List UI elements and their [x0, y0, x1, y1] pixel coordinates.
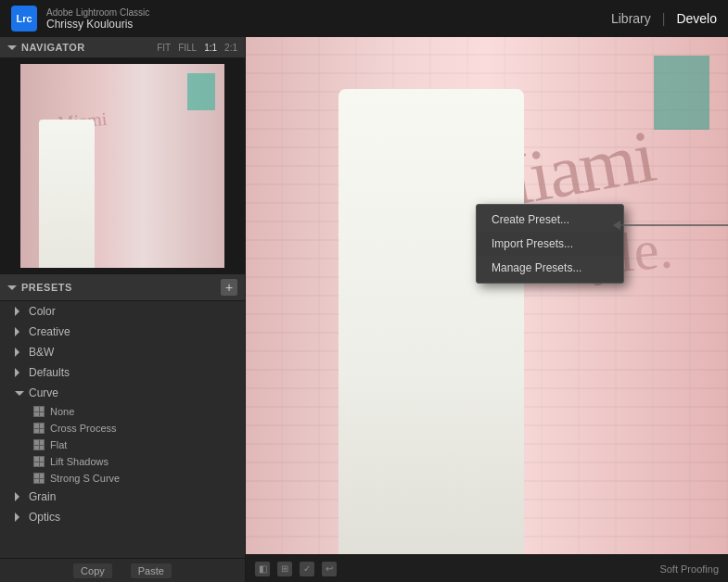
thumb-person-figure — [39, 120, 95, 268]
curve-flat-label: Flat — [50, 439, 67, 450]
bottom-bar: Copy Paste — [0, 558, 245, 582]
preset-group-header-curve[interactable]: Curve — [0, 383, 245, 403]
navigator-header-left: Navigator — [7, 42, 85, 53]
curve-item-none[interactable]: None — [0, 403, 245, 420]
photo-simulation: Miami Style. — [246, 37, 728, 554]
curve-item-lift-shadows[interactable]: Lift Shadows — [0, 453, 245, 470]
defaults-group-icon — [15, 368, 24, 377]
filmstrip-icon-3[interactable]: ✓ — [300, 562, 314, 576]
presets-header-left: Presets — [7, 282, 72, 293]
preset-group-optics: Optics — [0, 507, 245, 527]
curve-item-strong-s[interactable]: Strong S Curve — [0, 470, 245, 487]
defaults-label: Defaults — [29, 366, 70, 379]
color-group-label: Color — [29, 305, 56, 318]
bw-group-label: B&W — [29, 346, 54, 359]
add-preset-button[interactable]: + — [221, 279, 237, 296]
navigator-thumbnail: Miami — [20, 64, 224, 268]
context-import-presets[interactable]: Import Presets... — [477, 232, 623, 256]
curve-cross-process-label: Cross Process — [50, 423, 117, 434]
optics-group-label: Optics — [29, 511, 60, 524]
context-menu: Create Preset... Import Presets... Manag… — [476, 204, 624, 284]
main-layout: Navigator FIT FILL 1:1 2:1 Miami — [0, 37, 728, 582]
defaults-group[interactable]: Defaults — [0, 362, 245, 383]
nav-fill[interactable]: FILL — [178, 43, 197, 53]
curve-cross-process-icon — [33, 423, 45, 434]
bw-group-icon — [15, 348, 24, 357]
curve-none-icon — [33, 406, 45, 417]
filmstrip-icon-2[interactable]: ⊞ — [277, 562, 292, 576]
arrow-annotation — [620, 216, 728, 234]
context-create-preset[interactable]: Create Preset... — [477, 208, 623, 232]
color-group-icon — [15, 307, 24, 316]
nav-2to1[interactable]: 2:1 — [224, 43, 237, 53]
navigator-options: FIT FILL 1:1 2:1 — [157, 43, 237, 53]
presets-title: Presets — [21, 282, 72, 293]
photo-area: Miami Style. Create Preset... Import Pre… — [246, 37, 728, 582]
app-logo: Lrc — [11, 6, 37, 32]
navigator-section: Navigator FIT FILL 1:1 2:1 Miami — [0, 37, 245, 273]
bottom-strip: ◧ ⊞ ✓ ↩ Soft Proofing — [246, 554, 728, 582]
topbar-left: Lrc Adobe Lightroom Classic Chrissy Koul… — [11, 6, 149, 32]
grain-group-label: Grain — [29, 490, 56, 503]
preset-group-color: Color — [0, 301, 245, 322]
nav-1to1[interactable]: 1:1 — [204, 43, 217, 53]
context-manage-presets[interactable]: Manage Presets... — [477, 256, 623, 280]
curve-group-icon — [15, 391, 24, 396]
curve-item-flat[interactable]: Flat — [0, 436, 245, 453]
curve-flat-icon — [33, 439, 45, 450]
navigator-title: Navigator — [21, 42, 85, 53]
preset-group-bw: B&W — [0, 342, 245, 362]
curve-group-label: Curve — [29, 386, 58, 399]
filmstrip-icon-1[interactable]: ◧ — [255, 562, 270, 576]
app-user: Chrissy Koulouris — [46, 18, 149, 31]
nav-develop[interactable]: Develo — [676, 11, 717, 26]
thumb-teal-box — [187, 73, 215, 110]
curve-strong-s-icon — [33, 473, 45, 484]
preset-group-grain: Grain — [0, 487, 245, 507]
photo-person — [338, 89, 524, 554]
optics-group-icon — [15, 512, 24, 522]
soft-proofing-label: Soft Proofing — [659, 563, 719, 575]
app-name: Adobe Lightroom Classic — [46, 7, 149, 18]
creative-group-label: Creative — [29, 325, 70, 338]
preset-group-header-creative[interactable]: Creative — [0, 322, 245, 342]
filmstrip-icon-4[interactable]: ↩ — [322, 562, 337, 576]
curve-lift-shadows-icon — [33, 456, 45, 467]
left-panel: Navigator FIT FILL 1:1 2:1 Miami — [0, 37, 246, 582]
navigator-thumbnail-area: Miami — [0, 58, 245, 273]
preset-group-curve: Curve None — [0, 383, 245, 487]
preset-group-header-grain[interactable]: Grain — [0, 487, 245, 507]
nav-library[interactable]: Library — [611, 11, 651, 26]
nav-separator: | — [662, 11, 666, 26]
curve-lift-shadows-label: Lift Shadows — [50, 456, 109, 467]
copy-button[interactable]: Copy — [73, 563, 112, 578]
thumb-photo-bg: Miami — [20, 64, 224, 268]
preset-group-header-bw[interactable]: B&W — [0, 342, 245, 362]
curve-item-cross-process[interactable]: Cross Process — [0, 420, 245, 436]
creative-group-icon — [15, 327, 24, 336]
navigator-header[interactable]: Navigator FIT FILL 1:1 2:1 — [0, 37, 245, 58]
navigator-collapse-icon — [7, 45, 17, 50]
topbar-title: Adobe Lightroom Classic Chrissy Koulouri… — [46, 7, 149, 31]
grain-group-icon — [15, 492, 24, 501]
photo-teal-decoration — [654, 56, 709, 130]
nav-fit[interactable]: FIT — [157, 43, 171, 53]
preset-group-header-color[interactable]: Color — [0, 301, 245, 322]
paste-button[interactable]: Paste — [131, 563, 172, 578]
topbar: Lrc Adobe Lightroom Classic Chrissy Koul… — [0, 0, 728, 37]
photo-main: Miami Style. Create Preset... Import Pre… — [246, 37, 728, 554]
curve-strong-s-label: Strong S Curve — [50, 473, 120, 484]
curve-none-label: None — [50, 406, 74, 417]
presets-collapse-icon — [7, 285, 17, 290]
presets-header: Presets + — [0, 273, 245, 301]
presets-section: Presets + Color Creative — [0, 273, 245, 558]
topbar-nav: Library | Develo — [611, 11, 717, 26]
preset-group-header-optics[interactable]: Optics — [0, 507, 245, 527]
preset-group-creative: Creative — [0, 322, 245, 342]
